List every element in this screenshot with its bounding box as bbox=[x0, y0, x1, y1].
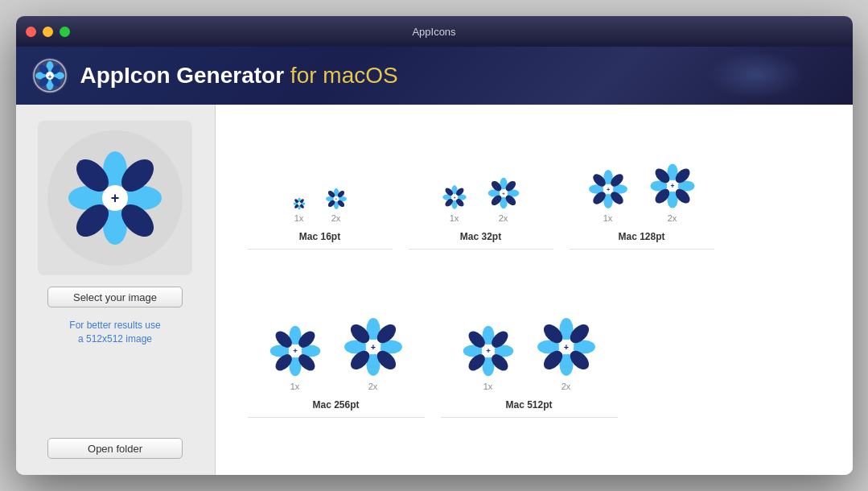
icon-pair-512pt: + 1x bbox=[461, 316, 598, 391]
svg-text:+: + bbox=[47, 73, 51, 80]
svg-text:+: + bbox=[293, 346, 298, 355]
svg-text:+: + bbox=[486, 346, 491, 355]
app-window: AppIcons + AppIcon Generator for m bbox=[16, 16, 853, 475]
maximize-button[interactable] bbox=[60, 27, 70, 37]
icon-item-128pt-2x: + 2x bbox=[648, 162, 697, 223]
icon-128pt-2x: + bbox=[648, 162, 697, 210]
icon-pair-16pt: + 1x bbox=[293, 188, 348, 223]
icon-item-16pt-2x: + 2x bbox=[325, 188, 348, 223]
icon-512pt-2x: + bbox=[535, 316, 598, 378]
icon-group-mac512pt: + 1x bbox=[441, 316, 618, 418]
icon-item-32pt-1x: + 1x bbox=[442, 184, 467, 223]
icon-item-256pt-1x: + 1x bbox=[268, 324, 323, 391]
icon-group-mac128pt: + 1x bbox=[570, 162, 714, 250]
icon-pair-128pt: + 1x bbox=[587, 162, 697, 223]
app-name: AppIcon Generator bbox=[80, 63, 285, 88]
icon-group-mac256pt: + 1x bbox=[248, 316, 425, 418]
icon-16pt-2x: + bbox=[325, 188, 348, 210]
svg-text:+: + bbox=[111, 190, 120, 206]
icon-row-2: + 1x bbox=[248, 316, 821, 418]
icon-group-mac32pt: + 1x bbox=[409, 176, 553, 250]
window-controls bbox=[26, 27, 70, 37]
icon-128pt-1x: + bbox=[587, 168, 629, 210]
icon-item-512pt-2x: + 2x bbox=[535, 316, 598, 391]
svg-text:+: + bbox=[606, 186, 609, 193]
close-button[interactable] bbox=[26, 27, 36, 37]
icons-area: + 1x bbox=[216, 105, 853, 475]
svg-text:+: + bbox=[670, 182, 674, 190]
window-title: AppIcons bbox=[412, 26, 455, 38]
app-header: + AppIcon Generator for macOS bbox=[16, 47, 853, 105]
icon-item-512pt-1x: + 1x bbox=[461, 324, 516, 391]
platform-label: for macOS bbox=[284, 63, 398, 88]
hint-text: For better results use a 512x512 image bbox=[69, 319, 160, 346]
icon-32pt-1x: + bbox=[442, 184, 467, 210]
minimize-button[interactable] bbox=[43, 27, 53, 37]
image-preview-circle: + bbox=[47, 130, 183, 266]
titlebar: AppIcons bbox=[16, 16, 853, 47]
app-title-text: AppIcon Generator for macOS bbox=[80, 63, 398, 89]
icon-pair-32pt: + 1x bbox=[442, 176, 520, 223]
icon-group-mac16pt: + 1x bbox=[248, 188, 393, 250]
svg-text:+: + bbox=[502, 191, 505, 196]
sidebar: + Select your image For better results u… bbox=[16, 105, 216, 475]
preview-icon: + bbox=[59, 142, 171, 254]
icon-pair-256pt: + 1x bbox=[268, 316, 405, 391]
open-folder-button[interactable]: Open folder bbox=[47, 438, 183, 459]
icon-32pt-2x: + bbox=[487, 176, 520, 210]
svg-text:+: + bbox=[453, 196, 455, 200]
icon-item-32pt-2x: + 2x bbox=[487, 176, 520, 223]
icon-256pt-1x: + bbox=[268, 324, 323, 378]
icon-512pt-1x: + bbox=[461, 324, 516, 378]
icon-item-16pt-1x: + 1x bbox=[293, 197, 306, 223]
svg-text:+: + bbox=[563, 342, 568, 352]
icon-row-1: + 1x bbox=[248, 162, 821, 250]
icon-item-256pt-2x: + 2x bbox=[342, 316, 405, 391]
select-image-button[interactable]: Select your image bbox=[47, 287, 183, 307]
icon-16pt-1x: + bbox=[293, 197, 306, 210]
svg-text:+: + bbox=[370, 342, 375, 352]
app-logo-icon: + bbox=[32, 58, 68, 93]
icon-item-128pt-1x: + 1x bbox=[587, 168, 629, 223]
main-content: + Select your image For better results u… bbox=[16, 105, 853, 475]
icon-256pt-2x: + bbox=[342, 316, 405, 378]
image-preview-container: + bbox=[38, 121, 192, 275]
